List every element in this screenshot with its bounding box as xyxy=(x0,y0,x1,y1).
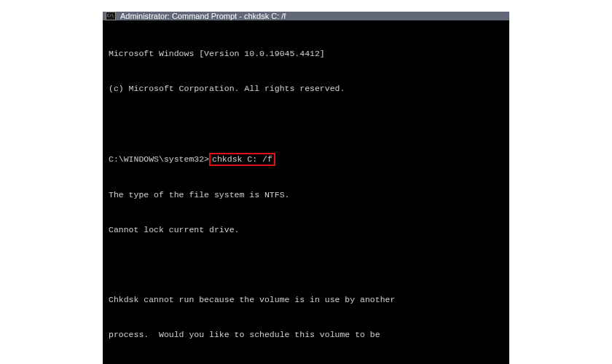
command-highlight: chkdsk C: /f xyxy=(209,153,275,166)
fs-type-line: The type of the file system is NTFS. xyxy=(109,189,503,201)
lock-line: Cannot lock current drive. xyxy=(109,224,503,236)
command-text: chkdsk C: /f xyxy=(212,154,272,164)
copyright-line: (c) Microsoft Corporation. All rights re… xyxy=(109,83,503,95)
cmd-icon xyxy=(106,12,116,20)
blank-line xyxy=(109,118,503,130)
prompt-path: C:\WINDOWS\system32> xyxy=(109,154,209,164)
version-line: Microsoft Windows [Version 10.0.19045.44… xyxy=(109,48,503,60)
window-title: Administrator: Command Prompt - chkdsk C… xyxy=(120,12,286,20)
prompt-line: C:\WINDOWS\system32>chkdsk C: /f xyxy=(109,153,503,166)
blank-line xyxy=(109,259,503,271)
titlebar[interactable]: Administrator: Command Prompt - chkdsk C… xyxy=(103,12,509,20)
command-prompt-window: Administrator: Command Prompt - chkdsk C… xyxy=(103,12,509,352)
msg-line-1: Chkdsk cannot run because the volume is … xyxy=(109,294,503,306)
terminal-output[interactable]: Microsoft Windows [Version 10.0.19045.44… xyxy=(103,20,509,364)
msg-line-2: process. Would you like to schedule this… xyxy=(109,329,503,341)
